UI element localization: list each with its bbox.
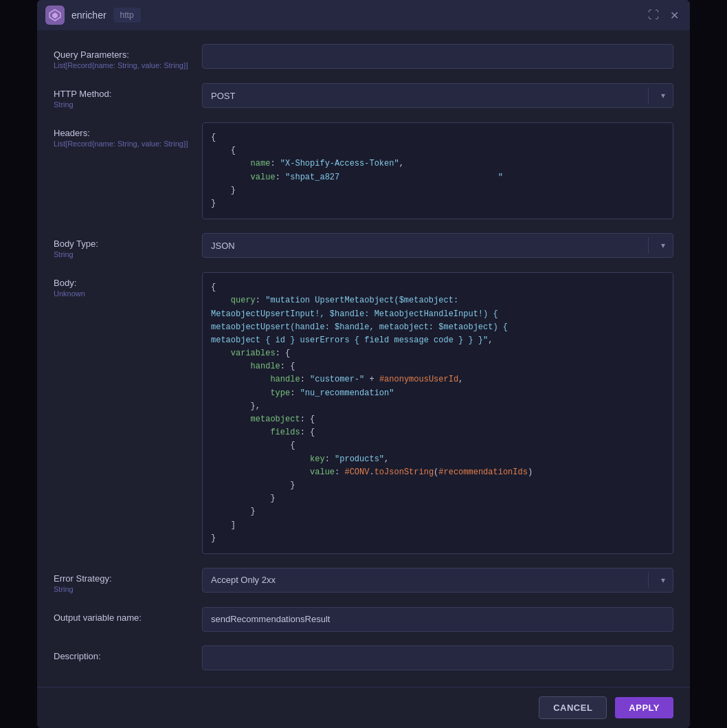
query-params-row: Query Parameters: List[Record{name: Stri… <box>54 44 673 69</box>
description-row: Description: <box>54 646 673 670</box>
modal-footer: CANCEL APPLY <box>37 687 690 728</box>
error-strategy-row: Error Strategy: String Accept Only 2xx A… <box>54 568 673 593</box>
error-strategy-select[interactable]: Accept Only 2xx Accept All Custom <box>202 568 673 593</box>
http-method-select[interactable]: POST GET PUT DELETE PATCH <box>202 83 673 108</box>
headers-control: { { name: "X-Shopify-Access-Token", valu… <box>202 122 673 219</box>
svg-marker-1 <box>52 12 58 19</box>
modal-overlay: enricher http ⛶ ✕ Query Parameters: List… <box>0 0 727 728</box>
body-type-select-divider <box>648 237 649 254</box>
close-button[interactable]: ✕ <box>667 6 682 25</box>
modal-content: Query Parameters: List[Record{name: Stri… <box>37 30 690 687</box>
body-row: Body: Unknown { query: "mutation UpsertM… <box>54 272 673 554</box>
cancel-button[interactable]: CANCEL <box>539 696 607 719</box>
select-divider <box>648 87 649 104</box>
expand-button[interactable]: ⛶ <box>645 6 662 25</box>
output-variable-label: Output variable name: <box>54 607 191 623</box>
description-input[interactable] <box>202 646 673 670</box>
body-control: { query: "mutation UpsertMetaobject($met… <box>202 272 673 554</box>
body-type-control: JSON Form Raw None ▾ <box>202 233 673 258</box>
http-method-select-wrapper: POST GET PUT DELETE PATCH ▾ <box>202 83 673 108</box>
tab-http[interactable]: http <box>113 8 141 23</box>
headers-row: Headers: List[Record{name: String, value… <box>54 122 673 219</box>
output-variable-row: Output variable name: <box>54 607 673 632</box>
body-type-label: Body Type: String <box>54 233 191 258</box>
http-method-row: HTTP Method: String POST GET PUT DELETE … <box>54 83 673 109</box>
error-strategy-divider <box>648 572 649 588</box>
apply-button[interactable]: APPLY <box>615 697 673 718</box>
http-method-control: POST GET PUT DELETE PATCH ▾ <box>202 83 673 108</box>
description-control <box>202 646 673 670</box>
query-params-label: Query Parameters: List[Record{name: Stri… <box>54 44 191 69</box>
body-label: Body: Unknown <box>54 272 191 298</box>
body-type-select[interactable]: JSON Form Raw None <box>202 233 673 258</box>
titlebar-actions: ⛶ ✕ <box>645 6 682 25</box>
query-params-control <box>202 44 673 69</box>
headers-label: Headers: List[Record{name: String, value… <box>54 122 191 148</box>
error-strategy-select-wrapper: Accept Only 2xx Accept All Custom ▾ <box>202 568 673 593</box>
body-type-row: Body Type: String JSON Form Raw None ▾ <box>54 233 673 258</box>
query-params-input[interactable] <box>202 44 673 69</box>
titlebar: enricher http ⛶ ✕ <box>37 0 690 30</box>
error-strategy-control: Accept Only 2xx Accept All Custom ▾ <box>202 568 673 593</box>
headers-editor[interactable]: { { name: "X-Shopify-Access-Token", valu… <box>202 122 673 219</box>
modal-dialog: enricher http ⛶ ✕ Query Parameters: List… <box>37 0 690 728</box>
output-variable-control <box>202 607 673 632</box>
description-label: Description: <box>54 646 191 661</box>
body-editor[interactable]: { query: "mutation UpsertMetaobject($met… <box>202 272 673 554</box>
app-logo <box>45 5 65 25</box>
app-title: enricher <box>71 10 107 21</box>
error-strategy-label: Error Strategy: String <box>54 568 191 593</box>
body-type-select-wrapper: JSON Form Raw None ▾ <box>202 233 673 258</box>
output-variable-input[interactable] <box>202 607 673 632</box>
http-method-label: HTTP Method: String <box>54 83 191 109</box>
